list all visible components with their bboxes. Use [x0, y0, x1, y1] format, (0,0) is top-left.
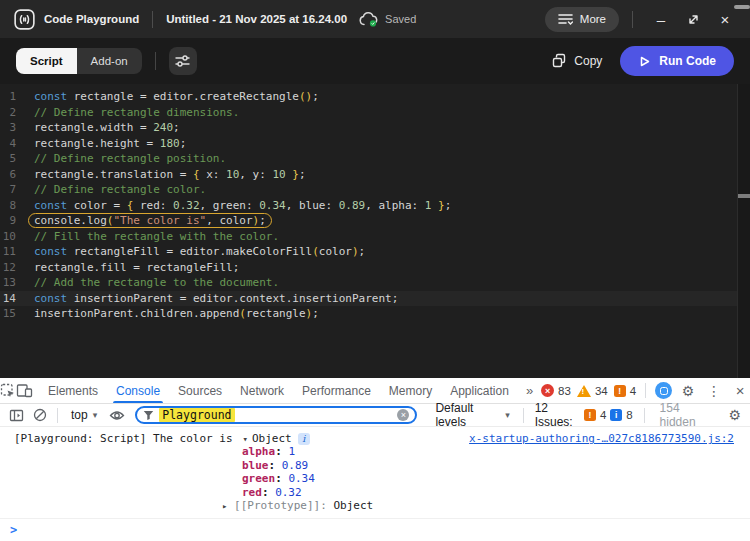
code-line[interactable]: 8const color = { red: 0.32, green: 0.34,… [0, 198, 750, 214]
code-line[interactable]: 2// Define rectangle dimensions. [0, 105, 750, 121]
code-line[interactable]: 11const rectangleFill = editor.makeColor… [0, 244, 750, 260]
more-tabs-button[interactable]: » [518, 378, 541, 403]
object-property-row[interactable]: blue: 0.89 [242, 459, 736, 473]
tab-script[interactable]: Script [16, 48, 77, 74]
tab-add-on[interactable]: Add-on [77, 48, 142, 74]
line-content: rectangle.height = 180; [34, 136, 186, 152]
devtools-tab-network[interactable]: Network [231, 378, 293, 403]
clear-console-button[interactable] [30, 408, 50, 422]
more-button[interactable]: More [545, 7, 619, 32]
code-playground-logo-icon [14, 9, 35, 30]
app-name: Code Playground [44, 13, 139, 25]
editor-scrollbar-thumb[interactable] [738, 194, 750, 198]
console-prompt[interactable]: > [0, 519, 750, 537]
line-number: 3 [0, 120, 34, 136]
menu-icon [558, 13, 573, 26]
line-number: 8 [0, 198, 34, 214]
device-toolbar-button[interactable] [16, 378, 33, 403]
live-expression-button[interactable] [107, 410, 127, 421]
devtools-settings-button[interactable]: ⚙ [678, 383, 698, 399]
line-content: // Define rectangle dimensions. [34, 105, 239, 121]
titlebar-divider-2 [632, 11, 633, 28]
devtools-tab-performance[interactable]: Performance [293, 378, 380, 403]
sidebar-toggle-icon [9, 409, 24, 422]
devtools-extension-icon[interactable] [655, 382, 672, 399]
devtools-tab-elements[interactable]: Elements [39, 378, 107, 403]
title-bar: Code Playground Untitled - 21 Nov 2025 a… [0, 0, 750, 38]
devtools-panel: ElementsConsoleSourcesNetworkPerformance… [0, 378, 750, 541]
copy-icon [551, 53, 567, 69]
filter-clear-button[interactable]: × [397, 409, 409, 421]
line-number: 5 [0, 151, 34, 167]
devtools-tab-application[interactable]: Application [441, 378, 518, 403]
inspect-element-button[interactable] [0, 378, 16, 403]
devtools-tab-console[interactable]: Console [107, 378, 169, 403]
devtools-tab-memory[interactable]: Memory [380, 378, 441, 403]
code-line[interactable]: 7// Define rectangle color. [0, 182, 750, 198]
code-line[interactable]: 1const rectangle = editor.createRectangl… [0, 89, 750, 105]
devtools-kebab-menu[interactable]: ⋮ [704, 383, 724, 399]
eye-icon [109, 410, 125, 421]
object-property-row[interactable]: alpha: 1 [242, 445, 736, 459]
code-lines: 1const rectangle = editor.createRectangl… [0, 89, 750, 322]
devtools-tab-sources[interactable]: Sources [169, 378, 231, 403]
play-icon [638, 55, 651, 68]
line-content: // Define rectangle position. [34, 151, 226, 167]
code-line[interactable]: 3rectangle.width = 240; [0, 120, 750, 136]
devtools-close-button[interactable]: × [730, 382, 750, 399]
line-number: 14 [0, 291, 34, 307]
console-filter-input[interactable]: Playground × [135, 406, 417, 424]
warning-count-badge[interactable]: 34 [577, 385, 608, 397]
code-line[interactable]: 13// Add the rectangle to the document. [0, 275, 750, 291]
object-label[interactable]: Object [252, 432, 292, 445]
object-property-row[interactable]: red: 0.32 [242, 486, 736, 500]
console-toolbar-divider [57, 408, 58, 423]
code-editor[interactable]: 1const rectangle = editor.createRectangl… [0, 84, 750, 378]
line-number: 12 [0, 260, 34, 276]
issue-breaking-icon: i [610, 409, 622, 421]
editor-settings-button[interactable] [169, 47, 197, 75]
copy-button[interactable]: Copy [551, 53, 602, 69]
prototype-row[interactable]: ▸ [[Prototype]]: Object [222, 499, 736, 513]
console-settings-button[interactable]: ⚙ [726, 407, 744, 423]
console-sidebar-toggle[interactable] [6, 409, 26, 422]
run-code-button[interactable]: Run Code [620, 46, 734, 76]
issues-count-badge[interactable]: ! 4 [614, 385, 636, 397]
source-file-link[interactable]: x-startup-authoring-…027c8186773590.js:2 [469, 432, 734, 445]
toolbar-divider [155, 52, 156, 70]
log-levels-selector[interactable]: Default levels ▾ [429, 401, 515, 429]
line-number: 1 [0, 89, 34, 105]
execution-context-selector[interactable]: top ▾ [65, 408, 103, 422]
line-number: 13 [0, 275, 34, 291]
expand-button[interactable] [682, 8, 704, 30]
tabbar-divider-2 [645, 383, 646, 398]
editor-scrollbar[interactable] [737, 84, 750, 378]
code-line[interactable]: 10// Fill the rectangle with the color. [0, 229, 750, 245]
code-line[interactable]: 14const insertionParent = editor.context… [0, 291, 750, 307]
line-content: // Define rectangle color. [34, 182, 206, 198]
code-line[interactable]: 5// Define rectangle position. [0, 151, 750, 167]
issues-label: 12 Issues: [535, 401, 580, 429]
object-expand-toggle[interactable]: ▾ [243, 434, 248, 444]
code-line[interactable]: 12rectangle.fill = rectangleFill; [0, 260, 750, 276]
object-properties: alpha: 1blue: 0.89green: 0.34red: 0.32 [242, 445, 736, 499]
prototype-value: Object [333, 499, 373, 512]
expand-icon [687, 13, 700, 26]
close-window-button[interactable]: × [714, 8, 736, 30]
line-content: // Fill the rectangle with the color. [34, 229, 279, 245]
issues-summary[interactable]: 12 Issues: !4i8 [531, 401, 637, 429]
line-content: console.log("The color is", color); [34, 213, 272, 229]
filter-funnel-icon [143, 410, 154, 421]
warning-icon [577, 385, 591, 397]
error-count-badge[interactable]: × 83 [541, 384, 571, 397]
code-line[interactable]: 9console.log("The color is", color); [0, 213, 750, 229]
hidden-messages-count: 154 hidden [652, 401, 722, 429]
scrollbar-thumb-top[interactable] [734, 5, 750, 9]
info-icon[interactable]: i [298, 433, 310, 445]
code-line[interactable]: 6rectangle.translation = { x: 10, y: 10 … [0, 167, 750, 183]
minimize-button[interactable]: – [650, 8, 672, 30]
code-line[interactable]: 15insertionParent.children.append(rectan… [0, 306, 750, 322]
line-number: 10 [0, 229, 34, 245]
code-line[interactable]: 4rectangle.height = 180; [0, 136, 750, 152]
object-property-row[interactable]: green: 0.34 [242, 472, 736, 486]
